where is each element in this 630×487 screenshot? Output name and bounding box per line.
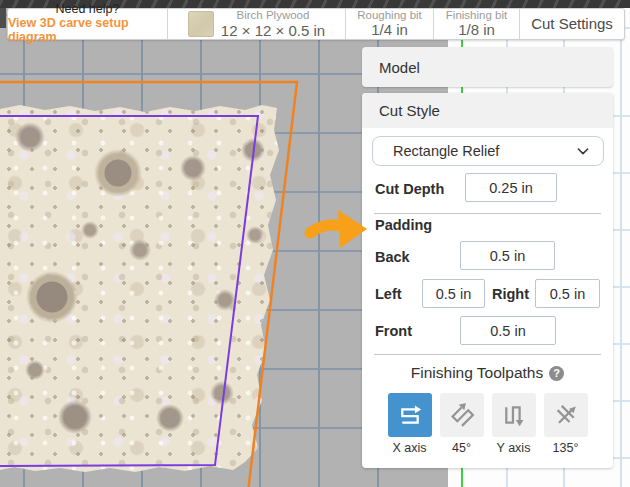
view-setup-diagram-link[interactable]: View 3D carve setup diagram [8, 17, 167, 45]
toolpath-45-label: 45° [452, 441, 471, 455]
padding-left-input[interactable] [422, 279, 485, 308]
padding-label: Padding [375, 217, 432, 233]
padding-left-label: Left [375, 286, 402, 302]
padding-right-input[interactable] [535, 279, 600, 308]
toolpath-y-axis-button[interactable] [492, 393, 536, 437]
setup-topbar: Need help? View 3D carve setup diagram B… [7, 8, 625, 40]
45-degree-hatch-icon [448, 401, 476, 429]
toolpath-option-45: 45° [440, 393, 484, 455]
help-icon[interactable]: ? [549, 366, 564, 381]
divider [374, 354, 601, 355]
divider [374, 213, 601, 214]
model-section-header[interactable]: Model [362, 47, 613, 87]
roughing-bit-selector[interactable]: Roughing bit 1/4 in [346, 9, 434, 39]
cut-style-section-title: Cut Style [379, 102, 440, 119]
cut-style-dropdown[interactable]: Rectangle Relief [372, 136, 604, 166]
padding-right-label: Right [492, 286, 529, 302]
help-section: Need help? View 3D carve setup diagram [8, 9, 168, 39]
need-help-text: Need help? [56, 3, 120, 17]
viewport-top-edge-corner [0, 8, 6, 28]
toolpath-direction-options: X axis 45° [362, 393, 613, 455]
finishing-toolpaths-title: Finishing Toolpaths [411, 364, 543, 382]
material-swatch-icon [188, 11, 214, 37]
toolpath-x-axis-label: X axis [392, 441, 426, 455]
y-axis-serpentine-icon [500, 401, 528, 429]
finishing-bit-value: 1/8 in [458, 22, 495, 39]
padding-front-label: Front [375, 323, 412, 339]
toolpath-45-button[interactable] [440, 393, 484, 437]
padding-back-label: Back [375, 249, 410, 265]
padding-front-input[interactable] [460, 316, 556, 345]
roughing-bit-value: 1/4 in [371, 22, 408, 39]
cut-style-panel: Cut Style Rectangle Relief Cut Depth Pad… [362, 93, 613, 468]
easel-3d-carve-setup: Need help? View 3D carve setup diagram B… [0, 0, 630, 487]
toolpath-option-y-axis: Y axis [492, 393, 536, 455]
toolpath-option-135: 135° [544, 393, 588, 455]
toolpath-y-axis-label: Y axis [497, 441, 531, 455]
cut-depth-input[interactable] [465, 173, 557, 202]
cut-style-section-header: Cut Style [362, 93, 613, 128]
material-selector[interactable]: Birch Plywood 12 × 12 × 0.5 in [168, 9, 346, 39]
material-dimensions: 12 × 12 × 0.5 in [221, 22, 325, 39]
chevron-down-icon [575, 143, 591, 159]
135-degree-hatch-icon [552, 401, 580, 429]
workpiece-relief-preview [0, 105, 280, 473]
material-name: Birch Plywood [237, 9, 310, 22]
cut-depth-label: Cut Depth [375, 181, 444, 197]
model-section-title: Model [379, 59, 420, 76]
padding-back-input[interactable] [460, 241, 555, 270]
x-axis-serpentine-icon [396, 401, 424, 429]
finishing-bit-selector[interactable]: Finishing bit 1/8 in [434, 9, 520, 39]
cut-settings-button[interactable]: Cut Settings [520, 9, 624, 39]
cut-style-selected-value: Rectangle Relief [393, 143, 575, 159]
toolpath-135-button[interactable] [544, 393, 588, 437]
toolpath-135-label: 135° [553, 441, 579, 455]
toolpath-x-axis-button[interactable] [388, 393, 432, 437]
finishing-toolpaths-heading: Finishing Toolpaths ? [362, 364, 613, 382]
toolpath-option-x-axis: X axis [388, 393, 432, 455]
